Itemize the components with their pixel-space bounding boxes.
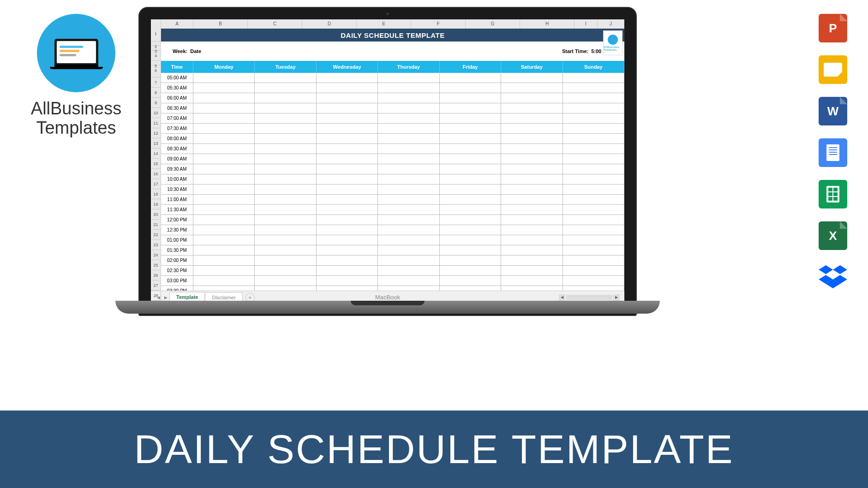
schedule-cell[interactable] <box>317 266 378 275</box>
schedule-cell[interactable] <box>440 73 501 83</box>
schedule-cell[interactable] <box>501 113 563 123</box>
table-row[interactable]: 01:30 PM <box>161 245 624 256</box>
row-number[interactable]: 2 <box>151 42 161 46</box>
col-header[interactable]: J <box>598 19 624 29</box>
schedule-cell[interactable] <box>317 184 378 194</box>
schedule-cell[interactable] <box>193 113 255 123</box>
schedule-cell[interactable] <box>193 266 255 275</box>
row-number[interactable]: 9 <box>151 98 161 108</box>
row-number[interactable]: 21 <box>151 220 161 230</box>
schedule-cell[interactable] <box>255 124 316 133</box>
schedule-cell[interactable] <box>193 134 255 143</box>
schedule-cell[interactable] <box>378 174 439 184</box>
schedule-cell[interactable] <box>440 256 501 265</box>
schedule-cell[interactable] <box>563 124 624 133</box>
schedule-cell[interactable] <box>255 184 316 194</box>
schedule-cell[interactable] <box>501 256 563 265</box>
schedule-cell[interactable] <box>193 144 255 154</box>
time-cell[interactable]: 05:00 AM <box>161 73 193 83</box>
schedule-cell[interactable] <box>440 215 501 225</box>
col-header[interactable]: D <box>302 19 357 29</box>
schedule-cell[interactable] <box>193 276 255 286</box>
row-number[interactable]: 3 <box>151 46 161 51</box>
schedule-cell[interactable] <box>317 215 378 225</box>
table-row[interactable]: 11:30 AM <box>161 205 624 215</box>
table-row[interactable]: 08:30 AM <box>161 144 624 154</box>
schedule-cell[interactable] <box>378 83 439 93</box>
schedule-cell[interactable] <box>255 286 316 291</box>
schedule-cell[interactable] <box>378 215 439 225</box>
table-row[interactable]: 09:30 AM <box>161 164 624 174</box>
schedule-cell[interactable] <box>563 225 624 235</box>
time-cell[interactable]: 11:30 AM <box>161 205 193 214</box>
schedule-cell[interactable] <box>193 103 255 113</box>
row-number[interactable]: 25 <box>151 260 161 270</box>
schedule-cell[interactable] <box>378 113 439 123</box>
col-header[interactable]: H <box>520 19 575 29</box>
schedule-cell[interactable] <box>440 144 501 154</box>
schedule-cell[interactable] <box>378 245 439 255</box>
schedule-cell[interactable] <box>563 144 624 154</box>
schedule-cell[interactable] <box>193 195 255 204</box>
google-sheets-icon[interactable] <box>819 180 847 208</box>
table-row[interactable]: 03:30 PM <box>161 286 624 291</box>
schedule-cell[interactable] <box>317 113 378 123</box>
row-number[interactable]: 13 <box>151 138 161 149</box>
col-header[interactable]: A <box>161 19 193 29</box>
schedule-cell[interactable] <box>317 164 378 174</box>
schedule-cell[interactable] <box>317 93 378 103</box>
schedule-cell[interactable] <box>501 245 563 255</box>
schedule-cell[interactable] <box>440 235 501 245</box>
row-number[interactable]: 4 <box>151 51 161 61</box>
schedule-cell[interactable] <box>193 93 255 103</box>
row-number[interactable]: 24 <box>151 250 161 260</box>
schedule-cell[interactable] <box>501 195 563 204</box>
table-row[interactable]: 11:00 AM <box>161 195 624 205</box>
schedule-cell[interactable] <box>193 174 255 184</box>
row-number[interactable]: 18 <box>151 189 161 199</box>
schedule-cell[interactable] <box>563 103 624 113</box>
schedule-cell[interactable] <box>501 103 563 113</box>
schedule-cell[interactable] <box>563 73 624 83</box>
table-row[interactable]: 03:00 PM <box>161 276 624 286</box>
schedule-cell[interactable] <box>255 164 316 174</box>
col-header[interactable]: B <box>193 19 248 29</box>
table-row[interactable]: 05:30 AM <box>161 83 624 93</box>
col-header[interactable]: G <box>466 19 520 29</box>
table-row[interactable]: 02:30 PM <box>161 266 624 276</box>
time-cell[interactable]: 06:00 AM <box>161 93 193 103</box>
schedule-cell[interactable] <box>193 205 255 214</box>
schedule-cell[interactable] <box>317 73 378 83</box>
schedule-cell[interactable] <box>317 286 378 291</box>
schedule-cell[interactable] <box>440 276 501 286</box>
row-number[interactable]: 16 <box>151 169 161 179</box>
schedule-cell[interactable] <box>440 266 501 275</box>
schedule-cell[interactable] <box>563 286 624 291</box>
schedule-cell[interactable] <box>193 184 255 194</box>
schedule-cell[interactable] <box>501 184 563 194</box>
col-header[interactable]: C <box>248 19 302 29</box>
schedule-cell[interactable] <box>193 245 255 255</box>
schedule-cell[interactable] <box>563 256 624 265</box>
schedule-cell[interactable] <box>193 235 255 245</box>
row-number[interactable]: 23 <box>151 240 161 250</box>
row-number[interactable]: 7 <box>151 77 161 88</box>
schedule-cell[interactable] <box>317 205 378 214</box>
schedule-cell[interactable] <box>440 205 501 214</box>
schedule-cell[interactable] <box>440 124 501 133</box>
time-cell[interactable]: 03:00 PM <box>161 276 193 286</box>
time-cell[interactable]: 10:30 AM <box>161 184 193 194</box>
schedule-cell[interactable] <box>317 103 378 113</box>
schedule-cell[interactable] <box>501 83 563 93</box>
schedule-cell[interactable] <box>378 164 439 174</box>
schedule-cell[interactable] <box>563 93 624 103</box>
schedule-cell[interactable] <box>193 83 255 93</box>
schedule-cell[interactable] <box>317 195 378 204</box>
row-number[interactable]: 10 <box>151 108 161 118</box>
schedule-cell[interactable] <box>501 205 563 214</box>
schedule-cell[interactable] <box>440 225 501 235</box>
row-number[interactable]: 5 <box>151 61 161 65</box>
table-row[interactable]: 02:00 PM <box>161 256 624 266</box>
schedule-cell[interactable] <box>317 154 378 164</box>
schedule-cell[interactable] <box>255 103 316 113</box>
